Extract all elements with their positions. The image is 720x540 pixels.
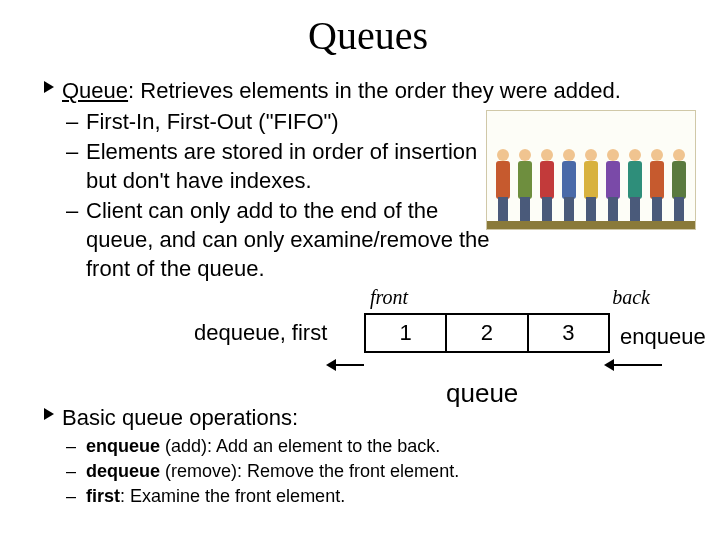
queue-diagram: front back dequeue, first enqueue 1 2 3 … (364, 286, 684, 355)
basic-ops-lead: Basic queue operations: (62, 405, 298, 430)
arrow-dequeue-icon (334, 364, 364, 366)
cell-3: 3 (529, 315, 608, 351)
cell-1: 1 (366, 315, 447, 351)
sub-no-index: Elements are stored in order of insertio… (86, 138, 496, 195)
term-queue: Queue (62, 78, 128, 103)
slide-title: Queues (44, 12, 692, 59)
op-enqueue: enqueue (add): Add an element to the bac… (86, 435, 459, 458)
bullet-basic-ops: Basic queue operations: enqueue (add): A… (44, 404, 459, 513)
label-dequeue: dequeue, first (194, 320, 327, 346)
bullet-marker-icon (44, 81, 54, 93)
label-back: back (510, 286, 684, 309)
queue-cells: 1 2 3 (364, 313, 610, 353)
op-dequeue: dequeue (remove): Remove the front eleme… (86, 460, 459, 483)
sub-ends-only: Client can only add to the end of the qu… (86, 197, 496, 283)
bullet-queue-def: Queue: Retrieves elements in the order t… (44, 77, 692, 106)
op-first: first: Examine the front element. (86, 485, 459, 508)
arrow-enqueue-icon (612, 364, 662, 366)
ops-sublist: enqueue (add): Add an element to the bac… (44, 435, 459, 509)
queue-def-rest: : Retrieves elements in the order they w… (128, 78, 621, 103)
cell-2: 2 (447, 315, 528, 351)
label-enqueue: enqueue (620, 324, 706, 350)
label-front: front (364, 286, 510, 309)
bullet-marker-icon (44, 408, 54, 420)
people-queue-illustration (486, 110, 696, 230)
sub-fifo: First-In, First-Out ("FIFO") (86, 108, 496, 137)
slide: Queues Queue: Retrieves elements in the … (0, 0, 720, 540)
